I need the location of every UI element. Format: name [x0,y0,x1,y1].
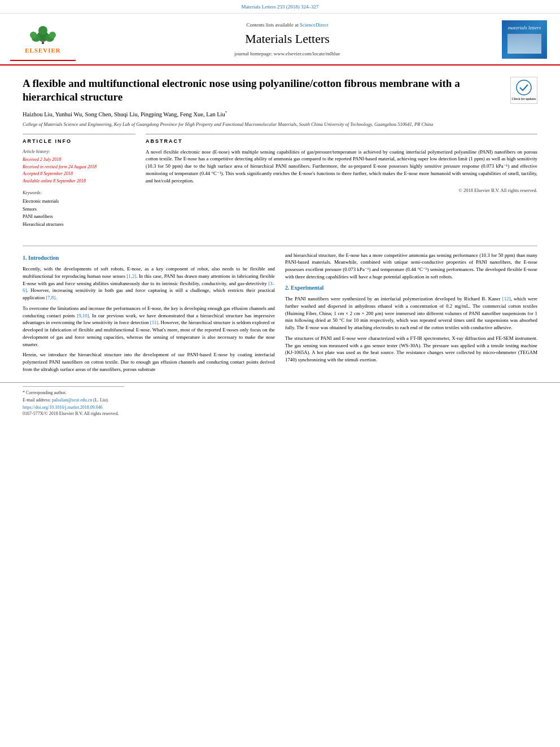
elsevier-logo: ELSEVIER [20,23,65,56]
experimental-para-2: The structures of PANI and E-nose were c… [285,335,537,364]
journal-header: ELSEVIER Contents lists available at Sci… [0,14,560,65]
journal-cover-image: materials letters [502,20,547,59]
abstract-heading: ABSTRACT [146,138,537,145]
keyword-3: PANI nanofibers [23,213,135,221]
keyword-2: Sensors [23,206,135,213]
intro-para-right-1: and hierarchical structure, the E-nose h… [285,252,537,281]
authors-line: Haizhou Liu, Yunhui Wu, Song Chen, Shuqi… [23,110,537,119]
section2-title: 2. Experimental [285,284,537,292]
right-column: and hierarchical structure, the E-nose h… [285,252,537,377]
check-updates-icon [515,79,532,96]
svg-rect-7 [41,41,45,42]
keyword-4: Hierarchical structures [23,221,135,229]
intro-para-3: Herein, we introduce the hierarchical st… [23,351,275,373]
body-columns: 1. Introduction Recently, with the devel… [0,252,560,377]
email-line: E-mail address: paliulian@scut.edu.cn (L… [23,397,537,403]
article-dates: Received 2 July 2018 Received in revised… [23,156,135,185]
issn-line: 0167-577X/© 2018 Elsevier B.V. All right… [23,410,537,417]
date-revised: Received in revised form 24 August 2018 [23,164,135,171]
svg-point-6 [38,26,47,35]
affiliation: College of Materials Science and Enginee… [23,121,537,128]
keyword-1: Electronic materials [23,198,135,206]
date-received: Received 2 July 2018 [23,156,135,164]
date-accepted: Accepted 8 September 2018 [23,171,135,178]
journal-title: Materials Letters [76,30,499,48]
elsevier-tree-icon [28,24,59,45]
elsevier-text: ELSEVIER [25,46,61,55]
citation-bar: Materials Letters 233 (2018) 324–327 [0,0,560,14]
doi-line[interactable]: https://doi.org/10.1016/j.matlet.2018.09… [23,404,537,410]
email-label: E-mail address: [23,397,51,403]
copyright-line: © 2018 Elsevier B.V. All rights reserved… [146,187,537,194]
section1-title: 1. Introduction [23,254,275,263]
elsevier-logo-area: ELSEVIER [10,18,76,61]
article-title-row: A flexible and multifunctional electroni… [23,77,537,104]
sciencedirect-link[interactable]: ScienceDirect [300,22,328,28]
article-info-heading: ARTICLE INFO [23,138,135,145]
info-abstract-row: ARTICLE INFO Article history: Received 2… [23,134,537,229]
check-updates-badge: Check for updates [510,77,537,104]
citation-text: Materials Letters 233 (2018) 324–327 [242,4,319,10]
journal-center: Contents lists available at ScienceDirec… [76,21,499,58]
keywords-list: Electronic materials Sensors PANI nanofi… [23,198,135,228]
journal-right-logo: materials letters [499,20,550,59]
contents-line: Contents lists available at ScienceDirec… [76,21,499,29]
date-online: Available online 8 September 2018 [23,178,135,185]
journal-right-label: materials letters [508,25,541,32]
experimental-para-1: The PANI nanofibers were synthesized by … [285,295,537,331]
svg-point-8 [517,80,531,95]
svg-point-4 [30,32,37,38]
email-suffix: (L. Liu). [93,397,108,403]
keywords-label: Keywords: [23,190,135,196]
intro-para-2: To overcome the limitations and increase… [23,305,275,348]
corresponding-note: * Corresponding author. [23,390,537,396]
abstract-text: A novel flexible electronic nose (E-nose… [146,148,537,185]
section-divider [23,246,537,246]
left-column: 1. Introduction Recently, with the devel… [23,252,275,377]
journal-homepage: journal homepage: www.elsevier.com/locat… [76,50,499,58]
footnote-area: * Corresponding author. E-mail address: … [0,382,560,420]
article-content: A flexible and multifunctional electroni… [0,65,560,240]
article-info-panel: ARTICLE INFO Article history: Received 2… [23,134,135,229]
page: Materials Letters 233 (2018) 324–327 ELS… [0,0,560,747]
intro-para-1: Recently, with the developments of soft … [23,265,275,302]
article-title: A flexible and multifunctional electroni… [23,77,510,104]
corresponding-star: * [225,110,228,115]
email-address[interactable]: paliulian@scut.edu.cn [52,397,92,403]
history-label: Article history: [23,148,135,155]
svg-point-5 [49,32,56,38]
abstract-panel: ABSTRACT A novel flexible electronic nos… [146,134,537,229]
